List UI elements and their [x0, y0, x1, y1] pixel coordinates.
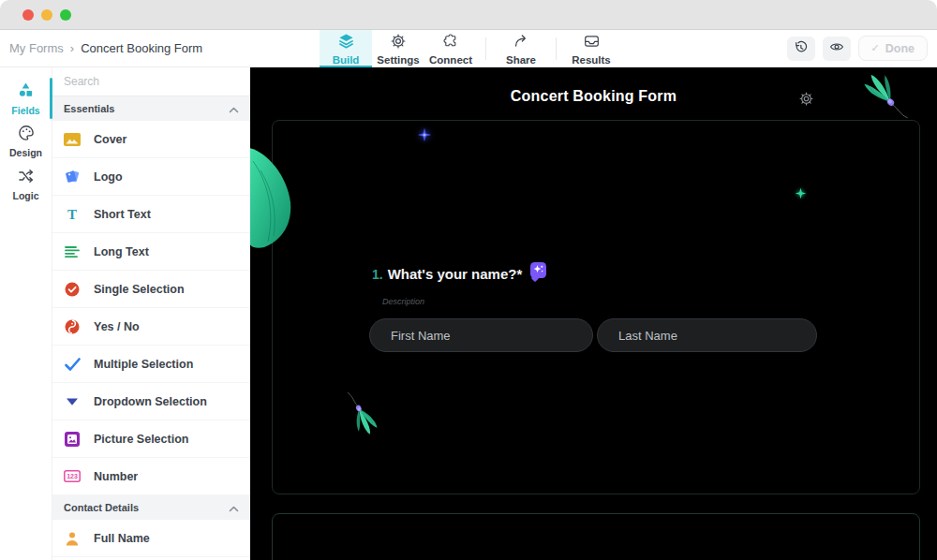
single-selection-icon: [64, 281, 81, 298]
section-title: Essentials: [64, 103, 114, 114]
eye-icon: [829, 40, 844, 56]
field-item-label: Yes / No: [94, 320, 140, 333]
puzzle-icon: [443, 34, 458, 52]
close-window-button[interactable]: [22, 9, 34, 21]
gear-icon: [391, 34, 406, 52]
field-item-yes-no[interactable]: Yes / No: [52, 308, 250, 346]
preview-button[interactable]: [823, 37, 851, 61]
main-layout: Fields Design Logic Essentials: [0, 67, 937, 560]
field-item-label: Multiple Selection: [94, 358, 193, 371]
field-item-label: Short Text: [94, 208, 151, 221]
field-item-label: Full Name: [94, 532, 150, 545]
search-input[interactable]: [64, 75, 239, 88]
breadcrumb-separator: ›: [70, 41, 74, 55]
done-button-label: Done: [885, 42, 915, 55]
done-button[interactable]: ✓ Done: [858, 36, 928, 61]
field-item-picture-selection[interactable]: Picture Selection: [52, 420, 250, 458]
field-item-short-text[interactable]: T Short Text: [52, 196, 250, 233]
history-button[interactable]: [787, 37, 815, 61]
dropdown-selection-icon: [64, 393, 81, 410]
tab-build-label: Build: [333, 54, 360, 66]
zoom-window-button[interactable]: [60, 9, 71, 21]
left-rail: Fields Design Logic: [0, 67, 52, 560]
minimize-window-button[interactable]: [41, 9, 52, 21]
question-description-placeholder[interactable]: Description: [382, 297, 424, 306]
multiple-selection-icon: [64, 356, 81, 373]
shuffle-icon: [18, 169, 35, 187]
field-item-label: Logo: [94, 170, 123, 184]
field-item-label: Single Selection: [94, 283, 185, 296]
form-canvas: Concert Booking Form 1. What's your name…: [250, 67, 937, 560]
tab-connect-label: Connect: [429, 54, 472, 66]
question-number: 1.: [372, 267, 383, 282]
fields-sidebar: Essentials Cover Logo T: [52, 67, 250, 560]
field-item-number[interactable]: 123 Number: [52, 458, 250, 495]
nav-tabs: Build Settings Connect Share: [320, 30, 617, 67]
history-icon: [794, 40, 808, 57]
tab-settings-label: Settings: [377, 54, 419, 66]
first-name-input[interactable]: [369, 318, 593, 352]
rail-item-logic-label: Logic: [13, 190, 39, 201]
breadcrumb: My Forms › Concert Booking Form: [0, 41, 202, 55]
yes-no-icon: [64, 318, 81, 335]
section-header-contact-details[interactable]: Contact Details: [52, 495, 250, 520]
search-row: [52, 67, 250, 96]
tab-connect[interactable]: Connect: [424, 30, 477, 67]
question-block-panel[interactable]: [272, 120, 920, 494]
check-icon: ✓: [871, 42, 880, 54]
field-item-cover[interactable]: Cover: [52, 121, 250, 158]
chevron-up-icon: [229, 100, 239, 117]
question-title[interactable]: What's your name?: [388, 266, 517, 282]
required-mark: *: [516, 266, 522, 282]
form-title[interactable]: Concert Booking Form: [250, 88, 937, 105]
titlebar: [0, 0, 937, 30]
last-name-input[interactable]: [597, 318, 817, 352]
tab-build[interactable]: Build: [320, 30, 372, 67]
question-row: 1. What's your name? *: [372, 266, 546, 282]
chevron-up-icon: [229, 499, 239, 516]
field-item-label: Number: [94, 470, 138, 483]
field-item-label: Picture Selection: [94, 433, 188, 446]
long-text-icon: [64, 243, 81, 260]
share-arrow-icon: [513, 34, 529, 52]
tab-divider: [556, 37, 557, 60]
section-header-essentials[interactable]: Essentials: [52, 96, 250, 121]
field-item-long-text[interactable]: Long Text: [52, 233, 250, 271]
rail-item-fields[interactable]: Fields: [0, 77, 52, 120]
logo-tag-icon: [64, 169, 81, 185]
next-question-block-panel[interactable]: [272, 513, 920, 560]
svg-text:T: T: [67, 207, 77, 222]
breadcrumb-form-name: Concert Booking Form: [81, 41, 202, 55]
field-item-multiple-selection[interactable]: Multiple Selection: [52, 346, 250, 383]
field-item-full-name[interactable]: Full Name: [52, 520, 250, 557]
picture-selection-icon: [64, 431, 81, 448]
rail-item-logic[interactable]: Logic: [0, 163, 52, 206]
ai-assistant-badge[interactable]: [530, 262, 546, 278]
field-item-logo[interactable]: Logo: [52, 158, 250, 196]
header-actions: ✓ Done: [787, 36, 937, 61]
field-item-single-selection[interactable]: Single Selection: [52, 271, 250, 308]
tab-share-label: Share: [506, 54, 536, 66]
form-settings-gear-icon[interactable]: [799, 92, 813, 110]
rail-item-fields-label: Fields: [11, 105, 39, 116]
svg-text:123: 123: [67, 473, 78, 479]
short-text-icon: T: [64, 206, 81, 223]
layers-icon: [338, 33, 354, 52]
palette-icon: [18, 125, 35, 144]
tab-results[interactable]: Results: [565, 30, 617, 67]
field-item-label: Long Text: [94, 245, 149, 258]
app-window: My Forms › Concert Booking Form Build Se…: [0, 0, 937, 560]
breadcrumb-my-forms[interactable]: My Forms: [9, 41, 64, 55]
inbox-icon: [584, 34, 600, 52]
field-item-label: Cover: [94, 133, 126, 146]
app-header: My Forms › Concert Booking Form Build Se…: [0, 30, 937, 67]
number-icon: 123: [64, 468, 81, 485]
rail-item-design[interactable]: Design: [0, 120, 52, 163]
tab-share[interactable]: Share: [495, 30, 547, 67]
rail-item-design-label: Design: [9, 147, 42, 158]
field-item-dropdown-selection[interactable]: Dropdown Selection: [52, 383, 250, 420]
section-title: Contact Details: [64, 502, 139, 513]
tab-settings[interactable]: Settings: [372, 30, 424, 67]
shapes-icon: [17, 81, 35, 102]
full-name-icon: [64, 530, 81, 547]
